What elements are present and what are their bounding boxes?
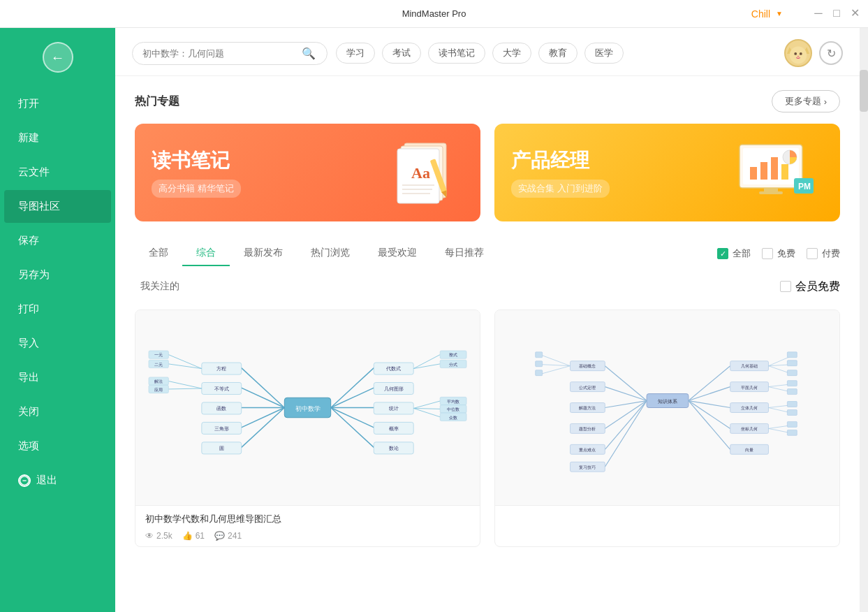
svg-text:概率: 概率 xyxy=(389,426,399,432)
tag-0[interactable]: 学习 xyxy=(336,43,375,64)
stat-likes-1: 👍 61 xyxy=(182,531,205,541)
sidebar-label-options: 选项 xyxy=(18,439,39,453)
sidebar-item-cloud[interactable]: 云文件 xyxy=(4,156,111,189)
svg-point-8 xyxy=(797,56,800,57)
sidebar-back-area: ← xyxy=(0,34,115,81)
pm-illustration: PM xyxy=(733,138,823,207)
titlebar: MindMaster Pro Chill ▼ ─ □ ✕ xyxy=(0,0,868,28)
tag-5[interactable]: 医学 xyxy=(584,43,624,64)
svg-line-110 xyxy=(542,366,570,374)
sidebar-label-import: 导入 xyxy=(18,337,39,350)
svg-text:解法: 解法 xyxy=(154,379,163,384)
topic-card-product[interactable]: 产品经理 实战合集 入门到进阶 xyxy=(494,124,840,221)
svg-rect-140 xyxy=(787,370,797,376)
sidebar-item-new[interactable]: 新建 xyxy=(4,122,111,154)
user-dropdown-icon[interactable]: ▼ xyxy=(776,10,783,17)
checkbox-all[interactable]: ✓ xyxy=(717,248,728,259)
username[interactable]: Chill xyxy=(751,8,770,20)
tab-all[interactable]: 全部 xyxy=(135,241,182,266)
tab-comprehensive[interactable]: 综合 xyxy=(182,241,230,266)
sidebar-item-community[interactable]: 导图社区 xyxy=(4,190,111,223)
sidebar-item-exit[interactable]: 退出 xyxy=(4,464,111,497)
svg-line-77 xyxy=(413,408,440,416)
tab-popular[interactable]: 最受欢迎 xyxy=(364,241,431,266)
svg-line-34 xyxy=(242,408,285,428)
sidebar-item-close[interactable]: 关闭 xyxy=(4,395,111,428)
check-paid[interactable]: 付费 xyxy=(807,247,840,260)
topbar-right: ↻ xyxy=(784,39,843,67)
check-free[interactable]: 免费 xyxy=(762,247,795,260)
svg-line-59 xyxy=(331,388,374,407)
tag-2[interactable]: 读书笔记 xyxy=(428,43,485,64)
sidebar-item-saveas[interactable]: 另存为 xyxy=(4,258,111,291)
svg-text:题型分析: 题型分析 xyxy=(579,426,596,431)
avatar[interactable] xyxy=(784,39,812,67)
mindmap-card-2[interactable]: 知识体系 基础概念 公式定理 xyxy=(494,309,840,547)
tab-hot[interactable]: 热门浏览 xyxy=(297,241,364,266)
svg-text:二元: 二元 xyxy=(154,363,163,367)
sidebar-item-export[interactable]: 导出 xyxy=(4,361,111,394)
mindmap-card-1[interactable]: 初中数学 方程 xyxy=(135,309,480,547)
back-button[interactable]: ← xyxy=(43,42,73,73)
tab-latest[interactable]: 最新发布 xyxy=(230,241,297,266)
sidebar-item-options[interactable]: 选项 xyxy=(4,430,111,462)
eye-icon: 👁 xyxy=(145,531,154,541)
check-all[interactable]: ✓ 全部 xyxy=(717,247,751,260)
refresh-button[interactable]: ↻ xyxy=(819,41,843,65)
svg-text:函数: 函数 xyxy=(216,406,226,411)
user-area[interactable]: Chill ▼ xyxy=(751,8,783,20)
filter-tabs: 全部 综合 最新发布 热门浏览 最受欢迎 每日推荐 ✓ 全部 免费 xyxy=(135,241,840,266)
svg-line-118 xyxy=(688,401,730,450)
stat-comments-1: 💬 241 xyxy=(214,531,242,541)
tab-daily[interactable]: 每日推荐 xyxy=(431,241,498,266)
more-topics-button[interactable]: 更多专题 › xyxy=(772,90,840,112)
svg-rect-143 xyxy=(787,402,797,407)
sidebar-item-import[interactable]: 导入 xyxy=(4,327,111,360)
inner-content: 热门专题 更多专题 › 读书笔记 高分书籍 精华笔记 xyxy=(115,76,860,612)
card-text-reading: 读书笔记 高分书籍 精华笔记 xyxy=(152,147,241,198)
svg-text:众数: 众数 xyxy=(449,416,457,420)
search-box[interactable]: 🔍 xyxy=(132,42,328,65)
card-subtitle-product: 实战合集 入门到进阶 xyxy=(511,180,610,198)
svg-text:知识体系: 知识体系 xyxy=(658,399,677,405)
svg-point-5 xyxy=(790,47,807,64)
svg-text:数论: 数论 xyxy=(389,446,399,451)
svg-point-6 xyxy=(794,52,797,55)
tag-3[interactable]: 大学 xyxy=(492,43,531,64)
svg-line-32 xyxy=(242,388,285,407)
topic-card-reading[interactable]: 读书笔记 高分书籍 精华笔记 Aa xyxy=(135,124,480,221)
sidebar-item-print[interactable]: 打印 xyxy=(4,293,111,326)
svg-line-75 xyxy=(413,401,440,408)
maximize-button[interactable]: □ xyxy=(832,8,841,18)
svg-text:向量: 向量 xyxy=(744,447,753,452)
tab-my-follow[interactable]: 我关注的 xyxy=(135,277,185,296)
member-free-check[interactable]: 会员免费 xyxy=(780,279,840,294)
checkbox-member-free[interactable] xyxy=(780,281,791,292)
tag-1[interactable]: 考试 xyxy=(382,43,421,64)
svg-text:整式: 整式 xyxy=(449,353,457,357)
window-scrollbar[interactable] xyxy=(860,28,868,612)
mindmap-grid: 初中数学 方程 xyxy=(135,309,840,547)
svg-line-108 xyxy=(542,356,570,366)
close-button[interactable]: ✕ xyxy=(850,8,860,18)
tag-4[interactable]: 教育 xyxy=(538,43,578,64)
svg-rect-22 xyxy=(771,157,778,180)
mindmap-preview-2: 知识体系 基础概念 公式定理 xyxy=(495,310,839,506)
window-controls: Chill ▼ ─ □ ✕ xyxy=(751,8,860,20)
card-text-product: 产品经理 实战合集 入门到进阶 xyxy=(511,147,610,198)
topbar: 🔍 学习 考试 读书笔记 大学 教育 医学 xyxy=(115,28,860,76)
sidebar-label-save: 保存 xyxy=(18,234,39,247)
minimize-button[interactable]: ─ xyxy=(814,8,823,18)
svg-rect-145 xyxy=(787,421,797,427)
svg-text:三角形: 三角形 xyxy=(214,426,229,432)
checkbox-free[interactable] xyxy=(762,248,773,259)
svg-line-76 xyxy=(413,408,440,409)
svg-rect-20 xyxy=(750,167,757,180)
checkbox-paid[interactable] xyxy=(807,248,818,259)
sidebar-item-open[interactable]: 打开 xyxy=(4,87,111,120)
search-input[interactable] xyxy=(142,48,296,59)
mindmap-info-2 xyxy=(495,506,839,524)
sidebar-item-save[interactable]: 保存 xyxy=(4,224,111,257)
sidebar-label-new: 新建 xyxy=(18,131,39,145)
search-icon[interactable]: 🔍 xyxy=(302,47,316,60)
